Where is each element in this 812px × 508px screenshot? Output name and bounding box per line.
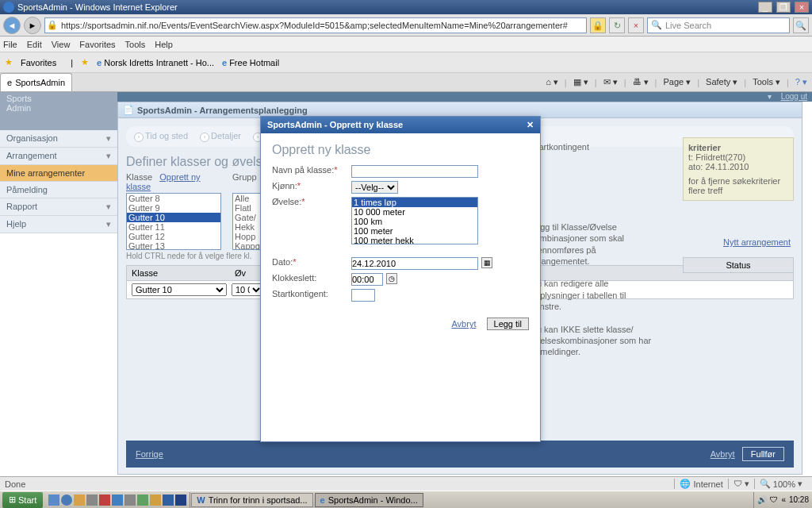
status-done: Done <box>5 479 25 489</box>
kjonn-select[interactable]: --Velg-- <box>351 181 398 194</box>
menu-favorites[interactable]: Favorites <box>79 40 115 49</box>
tray-icon-1[interactable]: 🔊 <box>757 495 767 504</box>
windows-icon: ⊞ <box>9 495 16 505</box>
startkontigent-label: Startkontigent: <box>272 289 351 298</box>
cmd-safety[interactable]: Safety ▾ <box>706 77 737 87</box>
menu-file[interactable]: File <box>3 40 17 49</box>
taskbar: ⊞Start W Trinn for trinn i sportsad... e… <box>0 491 812 508</box>
ie-tab-icon: e <box>7 78 12 87</box>
ql-desktop-icon[interactable] <box>48 495 59 506</box>
task-item-2[interactable]: e SportsAdmin - Windo... <box>315 493 423 507</box>
feeds-icon[interactable]: ▦ ▾ <box>573 77 588 87</box>
sidebar-item-arrangement[interactable]: Arrangement▾ <box>0 148 117 165</box>
status-zoom[interactable]: 🔍 100% ▾ <box>754 479 807 489</box>
clock-icon[interactable]: ◷ <box>386 273 397 284</box>
quick-launch <box>45 492 190 508</box>
wizard-step-2[interactable]: ›Detaljer <box>195 129 246 144</box>
back-button[interactable]: ◄ <box>3 17 21 34</box>
task-item-1[interactable]: W Trinn for trinn i sportsad... <box>191 493 312 507</box>
favorites-star-icon[interactable]: ★ <box>5 57 13 67</box>
ql-icon-6[interactable] <box>112 495 123 506</box>
ql-icon-9[interactable] <box>150 495 161 506</box>
url-input[interactable]: 🔒 https://sportsadmin.nif.no/Events/Even… <box>44 17 587 33</box>
menu-tools[interactable]: Tools <box>125 40 146 49</box>
home-icon[interactable]: ⌂ ▾ <box>546 77 558 87</box>
cmd-tools[interactable]: Tools ▾ <box>753 77 780 87</box>
wizard-step-1[interactable]: ›Tid og sted <box>129 129 193 144</box>
window-buttons: _ ❐ × <box>756 2 809 13</box>
ovelse-listbox[interactable]: 1 times løp 10 000 meter 100 km 100 mete… <box>351 197 478 244</box>
minimize-button[interactable]: _ <box>758 2 772 13</box>
print-icon[interactable]: 🖶 ▾ <box>633 77 649 87</box>
mail-icon[interactable]: ✉ ▾ <box>603 77 618 87</box>
modal-cancel-link[interactable]: Avbryt <box>451 319 476 329</box>
status-internet[interactable]: 🌐Internet <box>674 479 727 489</box>
ql-outlook-icon[interactable] <box>74 495 85 506</box>
ssl-button[interactable]: 🔒 <box>590 17 606 33</box>
fav-item-1[interactable]: eNorsk Idretts Intranett - Ho... <box>97 58 214 67</box>
menu-edit[interactable]: Edit <box>27 40 42 49</box>
cmd-page[interactable]: Page ▾ <box>663 77 691 87</box>
modal-titlebar: SportsAdmin - Opprett ny klasse ✕ <box>261 117 540 133</box>
command-bar: ⌂ ▾| ▦ ▾| ✉ ▾| 🖶 ▾| Page ▾| Safety ▾| To… <box>541 73 812 91</box>
search-go-button[interactable]: 🔍 <box>793 17 809 33</box>
navn-input[interactable] <box>351 165 478 178</box>
favorites-label[interactable]: Favorites <box>21 58 56 67</box>
finish-button[interactable]: Fullfør <box>742 447 784 461</box>
ql-icon-11[interactable] <box>175 495 186 506</box>
sidebar-item-pamelding[interactable]: Påmelding <box>0 182 117 198</box>
ql-icon-5[interactable] <box>99 495 110 506</box>
dropdown-caret[interactable]: ▾ <box>763 92 776 101</box>
cancel-link[interactable]: Avbryt <box>710 449 735 459</box>
grid-klasse-select[interactable]: Gutter 10 <box>132 283 227 296</box>
window-title: SportsAdmin - Windows Internet Explorer <box>17 2 178 12</box>
navn-label: Navn på klasse:* <box>272 165 351 175</box>
klasse-listbox[interactable]: Gutter 8 Gutter 9 Gutter 10 Gutter 11 Gu… <box>126 193 221 250</box>
klokke-input[interactable] <box>351 273 383 286</box>
sidebar-item-hjelp[interactable]: Hjelp▾ <box>0 216 117 233</box>
lock-icon: 🔒 <box>47 20 58 30</box>
ql-icon-10[interactable] <box>163 495 174 506</box>
prev-link[interactable]: Forrige <box>136 449 163 459</box>
restore-button[interactable]: ❐ <box>776 2 791 13</box>
panel-icon: 📄 <box>123 105 134 115</box>
calendar-icon[interactable]: ▦ <box>481 257 492 268</box>
ql-icon-7[interactable] <box>124 495 136 506</box>
search-input[interactable]: 🔍 Live Search <box>647 17 790 33</box>
nytt-arrangement-link[interactable]: Nytt arrangement <box>723 237 791 247</box>
ql-icon-8[interactable] <box>137 495 148 506</box>
forward-button[interactable]: ► <box>24 17 41 34</box>
startkontigent-input[interactable] <box>351 289 375 302</box>
stop-button[interactable]: × <box>628 17 644 33</box>
tray-icon-2[interactable]: 🛡 <box>770 495 778 504</box>
modal-close-icon[interactable]: ✕ <box>527 120 534 130</box>
logout-link[interactable]: Logg ut <box>776 92 812 101</box>
window-titlebar: SportsAdmin - Windows Internet Explorer … <box>0 0 812 14</box>
sidebar-item-mine-arrangementer[interactable]: Mine arrangementer <box>0 165 117 182</box>
tray-expand-icon[interactable]: « <box>781 495 786 504</box>
grid-ovelse-select[interactable]: 10 0 <box>232 283 263 296</box>
sidebar-item-rapport[interactable]: Rapport▾ <box>0 198 117 216</box>
modal-add-button[interactable]: Legg til <box>487 318 529 330</box>
start-button[interactable]: ⊞Start <box>2 492 43 508</box>
status-protected[interactable]: 🛡 ▾ <box>728 479 754 489</box>
tray-clock[interactable]: 10:28 <box>789 495 809 504</box>
status-column-header: Status <box>683 257 794 273</box>
fav-folder-icon[interactable]: ★ <box>81 57 89 67</box>
sidebar-item-organisasjon[interactable]: Organisasjon▾ <box>0 130 117 148</box>
help-text: Legg til Klasse/Øvelse kombinasjoner som… <box>530 221 657 358</box>
fav-item-2[interactable]: eFree Hotmail <box>222 58 279 67</box>
klokke-label: Klokkeslett: <box>272 273 351 283</box>
ql-icon-4[interactable] <box>86 495 98 506</box>
refresh-button[interactable]: ↻ <box>609 17 625 33</box>
close-button[interactable]: × <box>795 2 809 13</box>
browser-tab[interactable]: e SportsAdmin <box>0 73 72 91</box>
help-icon[interactable]: ? ▾ <box>795 77 807 87</box>
system-tray: 🔊 🛡 « 10:28 <box>753 492 812 508</box>
dato-input[interactable] <box>351 257 478 270</box>
ql-ie-icon[interactable] <box>61 495 72 506</box>
gruppe-listbox[interactable]: Alle Flatl Gate/ Hekk Hopp Kappg <box>232 193 264 250</box>
sidebar: Organisasjon▾ Arrangement▾ Mine arrangem… <box>0 130 117 233</box>
menu-view[interactable]: View <box>52 40 71 49</box>
menu-help[interactable]: Help <box>155 40 173 49</box>
